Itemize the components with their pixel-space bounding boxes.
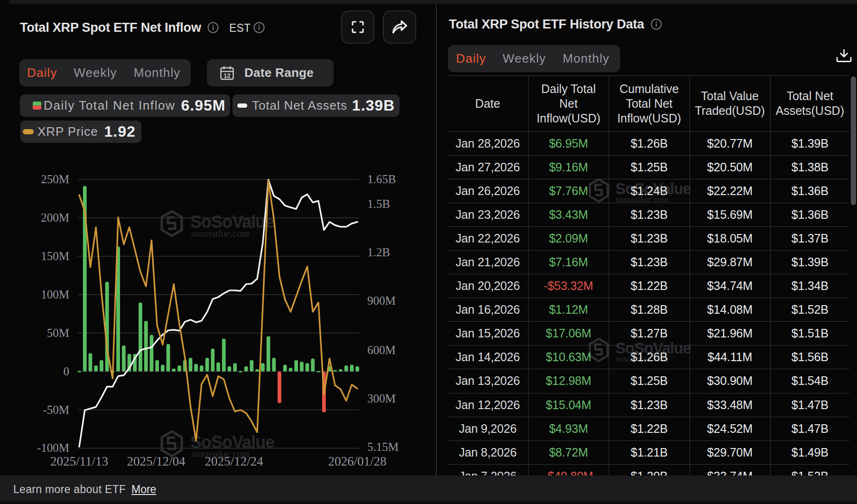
svg-text:-100M: -100M (37, 441, 69, 454)
svg-text:50M: 50M (47, 327, 69, 339)
svg-text:100M: 100M (41, 288, 69, 301)
svg-text:150M: 150M (41, 250, 69, 262)
svg-text:2025/12/04: 2025/12/04 (127, 454, 186, 468)
svg-text:1.2B: 1.2B (367, 246, 390, 259)
svg-text:1.5B: 1.5B (367, 197, 390, 210)
svg-text:900M: 900M (367, 294, 396, 307)
svg-text:200M: 200M (41, 211, 69, 224)
svg-text:300M: 300M (367, 392, 396, 405)
svg-text:2025/12/24: 2025/12/24 (205, 454, 263, 468)
svg-text:-50M: -50M (43, 403, 69, 416)
svg-text:2025/11/13: 2025/11/13 (50, 454, 108, 468)
svg-text:1.65B: 1.65B (367, 173, 396, 186)
svg-text:2026/01/28: 2026/01/28 (328, 454, 386, 468)
svg-text:0: 0 (64, 365, 70, 378)
svg-text:600M: 600M (367, 344, 396, 356)
svg-text:250M: 250M (41, 173, 69, 186)
svg-text:5.15M: 5.15M (367, 440, 399, 453)
svg-text:sosovalue.com: sosovalue.com (191, 228, 249, 239)
